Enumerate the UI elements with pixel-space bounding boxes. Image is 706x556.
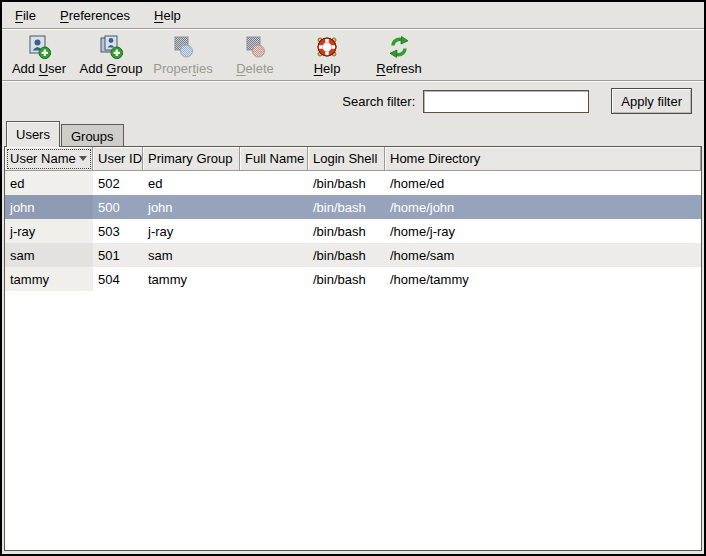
- delete-icon: [242, 34, 268, 60]
- table-header-row: User Name User ID Primary Group Full Nam…: [5, 147, 701, 171]
- properties-icon: [170, 34, 196, 60]
- add-user-icon: [26, 34, 52, 60]
- delete-label: Delete: [236, 61, 274, 76]
- add-group-button[interactable]: Add Group: [76, 31, 146, 79]
- table-row-tammy[interactable]: tammy 504 tammy /bin/bash /home/tammy: [5, 267, 701, 291]
- menubar: File Preferences Help: [2, 2, 704, 29]
- table-empty-area: [5, 291, 701, 550]
- search-filter-label: Search filter:: [342, 94, 415, 109]
- table-row-ed[interactable]: ed 502 ed /bin/bash /home/ed: [5, 171, 701, 195]
- column-header-user-name[interactable]: User Name: [5, 147, 93, 171]
- column-header-primary-group[interactable]: Primary Group: [143, 147, 240, 171]
- help-icon: [314, 34, 340, 60]
- table-row-john-selected[interactable]: john 500 john /bin/bash /home/john: [5, 195, 701, 219]
- table-row-sam[interactable]: sam 501 sam /bin/bash /home/sam: [5, 243, 701, 267]
- toolbar: Add User Add Group: [2, 29, 704, 81]
- column-header-login-shell[interactable]: Login Shell: [308, 147, 385, 171]
- tab-bar: Users Groups: [2, 120, 704, 146]
- add-group-icon: [98, 34, 124, 60]
- menu-help[interactable]: Help: [151, 6, 184, 25]
- properties-button[interactable]: Properties: [148, 31, 218, 79]
- menu-file[interactable]: File: [12, 6, 39, 25]
- column-header-full-name[interactable]: Full Name: [240, 147, 308, 171]
- tab-groups[interactable]: Groups: [61, 124, 124, 146]
- refresh-button[interactable]: Refresh: [364, 31, 434, 79]
- apply-filter-button[interactable]: Apply filter: [611, 88, 692, 114]
- properties-label: Properties: [153, 61, 212, 76]
- add-user-label: Add User: [12, 61, 66, 76]
- table-row-j-ray[interactable]: j-ray 503 j-ray /bin/bash /home/j-ray: [5, 219, 701, 243]
- search-filter-input[interactable]: [423, 90, 589, 113]
- column-header-user-id[interactable]: User ID: [93, 147, 143, 171]
- users-table: User Name User ID Primary Group Full Nam…: [4, 146, 702, 551]
- help-label: Help: [314, 61, 341, 76]
- sort-descending-icon: [79, 156, 87, 161]
- add-group-label: Add Group: [80, 61, 143, 76]
- menu-preferences[interactable]: Preferences: [57, 6, 133, 25]
- add-user-button[interactable]: Add User: [4, 31, 74, 79]
- search-filter-row: Search filter: Apply filter: [2, 81, 704, 120]
- help-button[interactable]: Help: [292, 31, 362, 79]
- user-manager-window: File Preferences Help Add User: [0, 0, 706, 556]
- refresh-icon: [386, 34, 412, 60]
- tab-users[interactable]: Users: [6, 121, 60, 147]
- column-header-home-directory[interactable]: Home Directory: [385, 147, 701, 171]
- delete-button[interactable]: Delete: [220, 31, 290, 79]
- refresh-label: Refresh: [376, 61, 422, 76]
